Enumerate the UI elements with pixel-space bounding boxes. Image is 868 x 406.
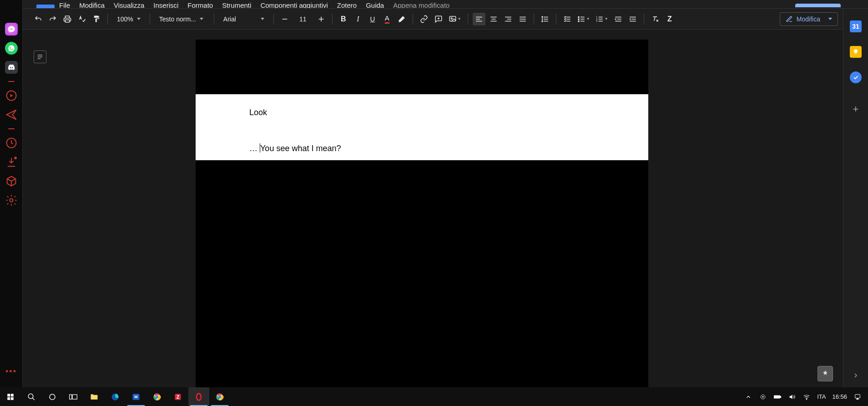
svg-rect-17 — [70, 395, 72, 399]
print-button[interactable] — [61, 13, 74, 25]
explore-button[interactable] — [818, 366, 833, 381]
menu-file[interactable]: File — [59, 1, 70, 9]
text-color-button[interactable]: A — [381, 13, 394, 25]
start-button[interactable] — [0, 387, 21, 406]
font-size-input[interactable] — [293, 14, 313, 25]
system-tray: ITA 16:56 — [744, 393, 868, 401]
font-size-increase[interactable] — [315, 13, 328, 25]
font-size-decrease[interactable] — [278, 13, 291, 25]
decrease-indent-button[interactable] — [612, 13, 625, 25]
undo-button[interactable] — [32, 13, 45, 25]
side-panel: 31 + — [843, 9, 868, 387]
search-button[interactable] — [21, 387, 42, 406]
word-taskbar-icon[interactable]: W — [126, 387, 146, 406]
tray-language[interactable]: ITA — [817, 393, 826, 400]
task-view-button[interactable] — [63, 387, 84, 406]
document-canvas[interactable]: Look … You see what I mean? — [23, 30, 843, 387]
download-icon[interactable] — [5, 156, 18, 168]
cube-icon[interactable] — [5, 175, 18, 188]
svg-point-35 — [807, 399, 807, 399]
keep-icon[interactable] — [850, 46, 862, 58]
tray-clock[interactable]: 16:56 — [832, 393, 847, 400]
more-icon[interactable]: ••• — [5, 367, 17, 376]
discord-icon[interactable] — [5, 61, 18, 74]
tray-wifi-icon[interactable] — [802, 393, 811, 401]
tray-chevron-icon[interactable] — [744, 393, 752, 401]
menu-bar: File Modifica Visualizza Inserisci Forma… — [23, 0, 868, 9]
launcher-separator — [8, 128, 15, 129]
line-spacing-button[interactable] — [539, 13, 551, 25]
zotero-taskbar-icon[interactable]: Z — [167, 387, 188, 406]
whatsapp-icon[interactable] — [5, 42, 18, 55]
menu-format[interactable]: Formato — [187, 1, 213, 9]
increase-indent-button[interactable] — [626, 13, 639, 25]
document-text[interactable]: Look … You see what I mean? — [196, 94, 648, 160]
bulleted-list-button[interactable]: ▼ — [575, 13, 592, 25]
align-center-button[interactable] — [487, 13, 500, 25]
insert-comment-button[interactable] — [432, 13, 445, 25]
paint-format-button[interactable] — [90, 13, 103, 25]
last-edit-link[interactable]: Appena modificato — [393, 1, 449, 9]
svg-text:3: 3 — [596, 20, 597, 22]
gear-icon[interactable] — [5, 194, 18, 207]
add-addon-button[interactable]: + — [853, 103, 859, 115]
zoom-dropdown[interactable]: 100% — [112, 13, 145, 25]
file-explorer-taskbar-icon[interactable] — [84, 387, 105, 406]
redo-button[interactable] — [46, 13, 59, 25]
text-line: Look — [249, 107, 595, 118]
menu-help[interactable]: Guida — [366, 1, 384, 9]
toolbar-separator — [413, 14, 413, 25]
insert-image-button[interactable]: ▼ — [447, 13, 463, 25]
send-icon[interactable] — [5, 108, 18, 121]
svg-point-7 — [578, 20, 579, 21]
edge-taskbar-icon[interactable] — [105, 387, 126, 406]
tray-location-icon[interactable] — [759, 393, 767, 401]
italic-button[interactable]: I — [352, 13, 364, 25]
insert-link-button[interactable] — [418, 13, 430, 25]
redacted-region — [196, 40, 648, 94]
toolbar-separator — [468, 14, 468, 25]
checklist-button[interactable] — [561, 13, 574, 25]
menu-zotero[interactable]: Zotero — [337, 1, 357, 9]
play-circle-icon[interactable] — [5, 89, 18, 102]
tray-notifications-icon[interactable] — [853, 393, 862, 401]
toolbar-separator — [214, 14, 214, 25]
messenger-icon[interactable] — [5, 23, 18, 36]
align-right-button[interactable] — [502, 13, 515, 25]
clock-icon[interactable] — [5, 137, 18, 149]
document-page[interactable]: Look … You see what I mean? — [196, 40, 648, 387]
menu-view[interactable]: Visualizza — [114, 1, 144, 9]
menu-addons[interactable]: Componenti aggiuntivi — [260, 1, 328, 9]
font-family-dropdown[interactable]: Arial — [219, 13, 269, 25]
tray-volume-icon[interactable] — [788, 393, 796, 401]
toolbar-separator — [107, 14, 108, 25]
menu-edit[interactable]: Modifica — [79, 1, 105, 9]
calendar-icon[interactable]: 31 — [850, 20, 862, 32]
align-justify-button[interactable] — [516, 13, 529, 25]
bold-button[interactable]: B — [337, 13, 350, 25]
menu-insert[interactable]: Inserisci — [153, 1, 178, 9]
cortana-button[interactable] — [42, 387, 63, 406]
paragraph-style-dropdown[interactable]: Testo norm... — [155, 13, 209, 25]
highlight-button[interactable] — [395, 13, 408, 25]
chrome-taskbar-icon[interactable] — [146, 387, 167, 406]
underline-button[interactable]: U — [366, 13, 379, 25]
svg-rect-13 — [7, 397, 10, 400]
align-left-button[interactable] — [473, 13, 485, 25]
share-button[interactable] — [795, 4, 841, 7]
numbered-list-button[interactable]: 123▼ — [594, 13, 610, 25]
tasks-icon[interactable] — [850, 71, 862, 83]
tray-battery-icon[interactable] — [773, 393, 782, 401]
menu-tools[interactable]: Strumenti — [222, 1, 251, 9]
svg-point-2 — [10, 199, 13, 202]
editing-mode-dropdown[interactable]: Modifica — [780, 12, 838, 26]
opera-taskbar-icon[interactable] — [188, 387, 209, 406]
document-outline-button[interactable] — [34, 51, 46, 63]
expand-side-panel-button[interactable] — [852, 372, 859, 379]
spellcheck-button[interactable] — [76, 13, 88, 25]
docs-logo-icon[interactable] — [36, 5, 55, 8]
chrome2-taskbar-icon[interactable] — [209, 387, 230, 406]
redacted-region — [196, 160, 648, 387]
clear-formatting-button[interactable] — [649, 13, 661, 25]
zotero-toolbar-button[interactable]: Z — [663, 13, 676, 25]
